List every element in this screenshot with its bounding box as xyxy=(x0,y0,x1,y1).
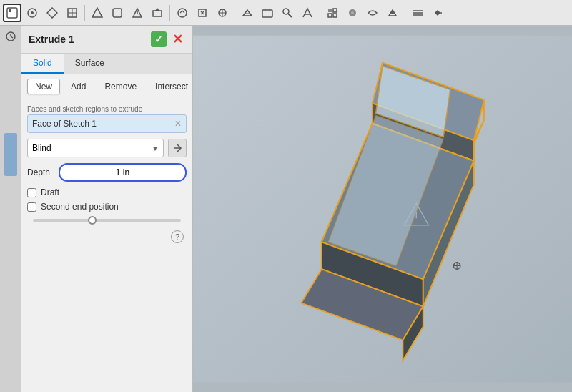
toolbar-icon-4[interactable] xyxy=(88,4,107,22)
direction-icon xyxy=(172,143,182,153)
svg-line-19 xyxy=(288,14,292,17)
toolbar-icon-8[interactable] xyxy=(173,4,192,22)
panel-header: Extrude 1 ✓ ✕ xyxy=(21,26,192,54)
toolbar-sep-1 xyxy=(84,5,85,21)
svg-rect-20 xyxy=(328,9,332,12)
svg-rect-17 xyxy=(262,10,272,17)
sub-tab-remove[interactable]: Remove xyxy=(97,79,144,94)
depth-row: Depth xyxy=(27,163,187,182)
sub-tabs: New Add Remove Intersect xyxy=(21,74,192,99)
svg-rect-22 xyxy=(328,14,332,17)
svg-point-18 xyxy=(283,9,289,14)
toolbar-icon-18[interactable] xyxy=(383,4,402,22)
toolbar-icon-13[interactable] xyxy=(278,4,297,22)
svg-point-3 xyxy=(31,11,34,14)
slider-thumb[interactable] xyxy=(88,216,97,225)
second-end-checkbox[interactable] xyxy=(27,202,36,212)
svg-rect-6 xyxy=(113,9,122,17)
toolbar-sep-5 xyxy=(405,5,405,21)
panel-content: Faces and sketch regions to extrude Face… xyxy=(21,99,192,392)
draft-label: Draft xyxy=(41,187,59,197)
toolbar-icon-17[interactable] xyxy=(363,4,382,22)
depth-input-wrap xyxy=(59,163,187,182)
type-dropdown-row: Blind ▼ xyxy=(27,139,187,157)
panel: Extrude 1 ✓ ✕ Solid Surface New Add Remo… xyxy=(21,26,193,392)
toolbar-icon-12[interactable] xyxy=(258,4,277,22)
sub-tab-add[interactable]: Add xyxy=(63,79,94,94)
toolbar-icon-15[interactable] xyxy=(323,4,342,22)
svg-point-26 xyxy=(391,11,394,14)
svg-rect-1 xyxy=(9,9,11,12)
panel-header-buttons: ✓ ✕ xyxy=(151,31,185,47)
face-field-group: Faces and sketch regions to extrude Face… xyxy=(27,105,187,133)
sub-tab-new[interactable]: New xyxy=(27,79,60,94)
viewport-svg xyxy=(193,26,572,392)
toolbar-sep-3 xyxy=(235,5,235,21)
svg-point-11 xyxy=(178,9,187,17)
svg-line-34 xyxy=(11,36,13,38)
toolbar-icon-20[interactable] xyxy=(428,4,447,22)
help-row: ? xyxy=(27,227,187,246)
left-sidebar xyxy=(0,26,21,392)
viewport[interactable] xyxy=(193,26,572,392)
slider-row xyxy=(27,216,187,225)
slider-track[interactable] xyxy=(33,219,181,222)
svg-point-25 xyxy=(351,11,354,14)
svg-rect-21 xyxy=(333,9,337,12)
toolbar-icon-10[interactable] xyxy=(213,4,232,22)
panel-title: Extrude 1 xyxy=(29,34,74,45)
tab-solid[interactable]: Solid xyxy=(21,54,64,74)
svg-marker-30 xyxy=(435,10,440,16)
confirm-button[interactable]: ✓ xyxy=(151,31,167,47)
face-field-label: Faces and sketch regions to extrude xyxy=(27,105,187,113)
second-end-label: Second end position xyxy=(41,202,119,212)
sidebar-icon-extra[interactable] xyxy=(4,133,17,176)
toolbar-icon-5[interactable] xyxy=(108,4,127,22)
toolbar-icon-6[interactable] xyxy=(128,4,147,22)
toolbar-icon-11[interactable] xyxy=(238,4,257,22)
main-tabs: Solid Surface xyxy=(21,54,192,74)
toolbar-sep-4 xyxy=(320,5,320,21)
second-end-row: Second end position xyxy=(27,202,187,212)
toolbar-icon-9[interactable] xyxy=(193,4,212,22)
direction-button[interactable] xyxy=(168,139,187,157)
type-dropdown-value: Blind xyxy=(32,143,51,153)
toolbar-icon-3[interactable] xyxy=(63,4,82,22)
toolbar xyxy=(0,0,572,26)
svg-rect-23 xyxy=(333,14,337,17)
sub-tab-intersect[interactable]: Intersect xyxy=(147,79,196,94)
sidebar-icon-clock[interactable] xyxy=(3,29,19,44)
draft-row: Draft xyxy=(27,187,187,197)
toolbar-icon-1[interactable] xyxy=(23,4,41,22)
help-button[interactable]: ? xyxy=(171,230,184,243)
face-field-value: Face of Sketch 1 xyxy=(32,119,97,129)
depth-label: Depth xyxy=(27,167,56,177)
toolbar-icon-2[interactable] xyxy=(43,4,61,22)
type-dropdown[interactable]: Blind ▼ xyxy=(27,139,164,157)
toolbar-sep-2 xyxy=(169,5,170,21)
face-field-box[interactable]: Face of Sketch 1 ✕ xyxy=(27,114,187,133)
toolbar-icon-7[interactable] xyxy=(148,4,167,22)
svg-rect-9 xyxy=(153,11,162,16)
svg-marker-5 xyxy=(92,8,102,17)
draft-checkbox[interactable] xyxy=(27,188,36,197)
toolbar-icon-16[interactable] xyxy=(343,4,362,22)
toolbar-icon-0[interactable] xyxy=(3,4,21,22)
dropdown-arrow-icon: ▼ xyxy=(152,144,159,152)
tab-surface[interactable]: Surface xyxy=(64,54,116,74)
main-area: Extrude 1 ✓ ✕ Solid Surface New Add Remo… xyxy=(0,26,572,392)
face-field-clear[interactable]: ✕ xyxy=(174,119,182,129)
cancel-button[interactable]: ✕ xyxy=(169,31,185,47)
depth-input[interactable] xyxy=(59,163,187,182)
toolbar-icon-14[interactable] xyxy=(298,4,317,22)
svg-marker-10 xyxy=(155,8,159,11)
toolbar-icon-19[interactable] xyxy=(408,4,427,22)
